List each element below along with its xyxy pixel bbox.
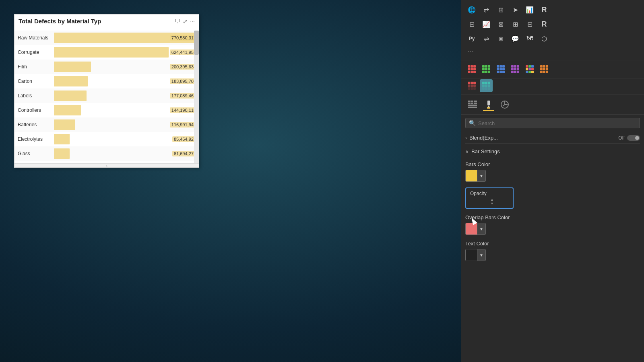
svg-rect-3 <box>468 68 470 70</box>
toolbar-icon-grid[interactable]: ⊞ <box>494 3 507 16</box>
blend-toggle-track[interactable] <box>627 135 640 141</box>
bar-label: Corrugate <box>18 49 54 55</box>
table-row: Carton183,895,707 <box>14 74 199 88</box>
colored-icon-green[interactable] <box>480 63 493 76</box>
bar-label: Electrolytes <box>18 136 54 142</box>
svg-rect-13 <box>485 68 487 70</box>
toolbar-icon-chat[interactable]: 💬 <box>509 32 522 45</box>
toolbar-icon-table[interactable]: ⊟ <box>465 18 478 31</box>
svg-rect-50 <box>546 68 548 70</box>
table-row: Film200,395,634 <box>14 60 199 74</box>
svg-rect-47 <box>546 65 548 68</box>
svg-rect-30 <box>511 68 514 70</box>
text-color-button[interactable]: ▼ <box>465 249 486 261</box>
toolbar-icon-hex[interactable]: ⬡ <box>538 32 551 45</box>
table-row: Raw Materials770,580,317 <box>14 31 199 45</box>
toolbar-icon-r[interactable]: R <box>538 3 551 16</box>
toolbar-icon-cluster[interactable]: ⊗ <box>494 32 507 45</box>
colored-icon-red2[interactable] <box>465 79 478 92</box>
colored-icon-teal-selected[interactable] <box>480 79 493 92</box>
bar-label: Carton <box>18 78 54 84</box>
bar-settings-header[interactable]: ∨ Bar Settings <box>465 145 640 157</box>
svg-rect-33 <box>511 71 514 73</box>
toolbar-icon-globe[interactable]: 🌐 <box>465 3 478 16</box>
opacity-up-arrow[interactable]: ▲ <box>490 198 494 202</box>
toolbar-icon-chart[interactable]: 📊 <box>523 3 536 16</box>
toolbar-icon-link[interactable]: ⇌ <box>480 32 493 45</box>
paint-brush-icon[interactable] <box>481 97 496 112</box>
toolbar-icon-swap[interactable]: ⇄ <box>480 3 493 16</box>
toolbar-icon-grid3[interactable]: ⊟ <box>523 18 536 31</box>
bars-color-setting: Bars Color ▼ <box>465 161 640 182</box>
svg-rect-9 <box>482 65 485 68</box>
bar-container: 144,190,118 <box>54 105 196 115</box>
toolbar-row-more: ··· <box>465 47 640 57</box>
blend-section-header[interactable]: › Blend(Exp... Off <box>465 132 640 144</box>
blend-chevron-icon: › <box>465 135 467 141</box>
chart-widget: Total Defects by Material Typ ⛉ ⤢ ··· Ra… <box>14 14 199 168</box>
bottom-toolbar <box>461 95 644 115</box>
svg-rect-82 <box>487 107 490 109</box>
overlap-bars-color-setting: Overlap Bars Color ▼ <box>465 214 640 235</box>
toolbar-icon-chart2[interactable]: 📈 <box>480 18 493 31</box>
svg-rect-20 <box>502 65 505 68</box>
svg-rect-21 <box>497 68 499 70</box>
svg-rect-53 <box>546 71 548 73</box>
toolbar-icon-map[interactable]: 🗺 <box>523 32 536 45</box>
svg-rect-79 <box>468 107 477 108</box>
colored-icon-orange[interactable] <box>538 63 551 76</box>
bar-value: 200,395,634 <box>170 64 198 70</box>
blend-section-title: Blend(Exp... <box>469 135 616 141</box>
table-row: Batteries116,991,949 <box>14 117 199 132</box>
chart-scrollthumb[interactable] <box>194 31 199 55</box>
toolbar-icon-py[interactable]: Py <box>465 32 478 45</box>
colored-icons-row <box>461 60 644 78</box>
bar-label: Batteries <box>18 122 54 128</box>
toolbar-row-2: ⊟ 📈 ⊠ ⊞ ⊟ R <box>465 18 640 31</box>
opacity-down-arrow[interactable]: ▼ <box>490 202 494 206</box>
resize-handle[interactable]: ⬦ <box>14 163 199 167</box>
svg-rect-74 <box>474 101 477 102</box>
bar-label: Film <box>18 64 54 70</box>
filter-icon[interactable]: ⛉ <box>175 18 180 25</box>
bar-fill <box>54 90 87 101</box>
overlap-color-dropdown-arrow[interactable]: ▼ <box>477 223 485 234</box>
svg-rect-32 <box>517 68 519 70</box>
colored-icon-red[interactable] <box>465 63 478 76</box>
toolbar-icon-pivot[interactable]: ⊠ <box>494 18 507 31</box>
overlap-color-button[interactable]: ▼ <box>465 223 486 235</box>
opacity-setting: Opacity 50 ▲ ▼ <box>465 187 640 209</box>
chart-scrollbar[interactable] <box>194 31 199 163</box>
bars-color-dropdown-arrow[interactable]: ▼ <box>477 170 485 181</box>
expand-icon[interactable]: ⤢ <box>183 18 188 25</box>
svg-rect-0 <box>468 65 470 68</box>
grid-settings-icon[interactable] <box>465 97 480 112</box>
svg-rect-72 <box>468 101 471 102</box>
text-color-dropdown-arrow[interactable]: ▼ <box>477 249 485 261</box>
analytics-icon[interactable] <box>497 97 512 112</box>
bar-settings-chevron-icon: ∨ <box>465 149 469 154</box>
toolbar-icon-nav[interactable]: ➤ <box>509 3 522 16</box>
table-row: Corrugate624,441,951 <box>14 45 199 60</box>
bars-color-button[interactable]: ▼ <box>465 170 486 182</box>
search-bar[interactable]: 🔍 <box>465 118 640 128</box>
opacity-label: Opacity <box>470 191 494 196</box>
opacity-box[interactable]: Opacity 50 ▲ ▼ <box>465 187 514 209</box>
svg-rect-5 <box>473 68 476 70</box>
colored-icon-mixed[interactable] <box>523 63 536 76</box>
more-icon[interactable]: ··· <box>190 18 195 25</box>
colored-icon-blue[interactable] <box>494 63 507 76</box>
opacity-spinner[interactable]: ▲ ▼ <box>490 198 494 206</box>
bar-settings-title: Bar Settings <box>471 148 640 154</box>
svg-rect-45 <box>540 65 543 68</box>
toolbar-icon-grid2[interactable]: ⊞ <box>509 18 522 31</box>
table-row: Electrolytes85,454,927 <box>14 132 199 146</box>
colored-icon-purple[interactable] <box>509 63 522 76</box>
opacity-input[interactable]: 50 <box>470 198 490 206</box>
bar-label: Raw Materials <box>18 35 54 41</box>
toolbar-icon-r2[interactable]: R <box>538 18 551 31</box>
main-content: Total Defects by Material Typ ⛉ ⤢ ··· Ra… <box>0 0 461 362</box>
toolbar-row-1: 🌐 ⇄ ⊞ ➤ 📊 R <box>465 3 640 16</box>
svg-rect-66 <box>482 84 485 87</box>
search-input[interactable] <box>478 120 636 126</box>
